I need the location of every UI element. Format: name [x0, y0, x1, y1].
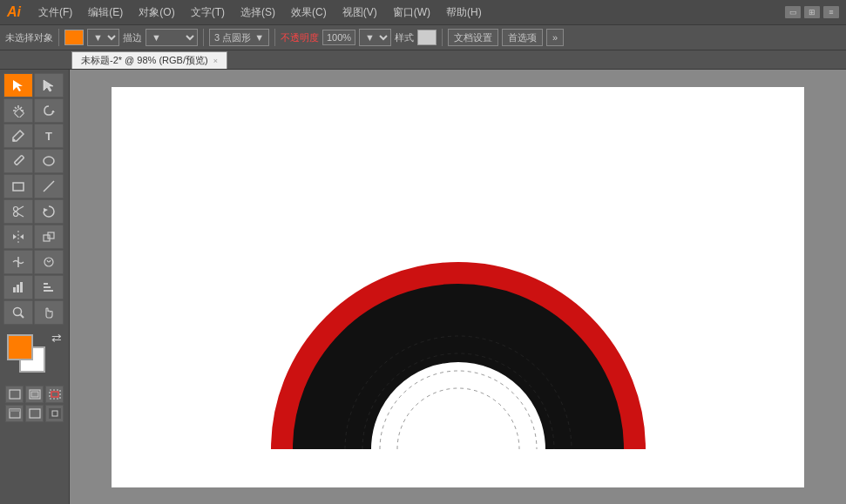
tool-row-5 [3, 174, 65, 198]
tool-row-4 [3, 149, 65, 173]
rotate-tool[interactable] [34, 199, 64, 224]
toolbar-divider-2 [203, 29, 204, 46]
foreground-color[interactable] [7, 334, 33, 360]
stroke-weight-select[interactable]: ▼ [146, 29, 198, 46]
svg-rect-27 [20, 282, 23, 292]
svg-rect-30 [44, 290, 53, 292]
style-box[interactable] [417, 30, 437, 45]
style-label: 样式 [395, 31, 414, 44]
menu-window[interactable]: 窗口(W) [386, 3, 437, 22]
selection-tool[interactable] [3, 73, 33, 97]
svg-rect-41 [49, 408, 61, 419]
menu-select[interactable]: 选择(S) [233, 3, 282, 22]
pencil-tool[interactable] [3, 149, 33, 173]
tab-title: 未标题-2* @ 98% (RGB/预览) [81, 54, 208, 67]
canvas-paper [112, 87, 804, 487]
menu-text[interactable]: 文字(T) [184, 3, 232, 22]
tab-close-button[interactable]: × [213, 57, 218, 65]
screen-mode-presentation[interactable] [45, 405, 64, 422]
options-toolbar: 未选择对象 ▼ 描边 ▼ 3 点圆形 ▼ 不透明度 100% ▼ 样式 文档设置… [0, 24, 846, 50]
arrange-button[interactable]: ⊞ [804, 6, 820, 18]
tool-row-1 [3, 73, 65, 97]
svg-rect-37 [51, 392, 58, 397]
stroke-label: 描边 [123, 31, 142, 44]
menu-bar: 文件(F) 编辑(E) 对象(O) 文字(T) 选择(S) 效果(C) 视图(V… [31, 3, 489, 22]
bar-graph-tool[interactable] [34, 275, 64, 299]
hand-tool[interactable] [34, 300, 64, 325]
lasso-tool[interactable] [34, 98, 64, 123]
opacity-input[interactable]: 100% [322, 30, 355, 45]
document-tab[interactable]: 未标题-2* @ 98% (RGB/预览) × [71, 51, 227, 69]
preferences-button[interactable]: 首选项 [502, 29, 543, 46]
scale-tool[interactable] [34, 225, 64, 249]
svg-rect-40 [30, 409, 40, 418]
no-selection-label: 未选择对象 [5, 31, 53, 44]
bottom-tool-icons [3, 384, 65, 424]
artwork-svg [262, 240, 654, 475]
draw-mode-inside[interactable] [45, 386, 64, 403]
toolbar-divider-4 [442, 29, 443, 46]
left-toolbar: T [0, 70, 70, 504]
tool-icon-row-2 [5, 405, 64, 422]
menu-edit[interactable]: 编辑(E) [81, 3, 130, 22]
draw-mode-normal[interactable] [5, 386, 24, 403]
tool-row-9 [3, 275, 65, 299]
minimize-button[interactable]: ▭ [785, 6, 801, 18]
menu-view[interactable]: 视图(V) [335, 3, 384, 22]
column-graph-tool[interactable] [3, 275, 33, 299]
svg-rect-35 [31, 392, 38, 397]
point-shape-label: 3 点圆形 ▼ [209, 29, 269, 46]
point-label-text: 3 点圆形 [214, 31, 251, 44]
svg-marker-1 [44, 80, 53, 91]
svg-point-13 [14, 212, 18, 217]
tool-row-10 [3, 300, 65, 325]
main-area: T [0, 70, 846, 504]
svg-marker-17 [44, 208, 48, 212]
svg-line-16 [17, 213, 24, 217]
svg-rect-28 [44, 283, 48, 285]
width-tool[interactable] [3, 250, 33, 274]
svg-point-31 [14, 308, 22, 316]
panel-options-button[interactable]: » [546, 29, 564, 46]
canvas-area [70, 70, 846, 504]
svg-rect-33 [10, 390, 20, 399]
window-controls: ▭ ⊞ ≡ [785, 6, 839, 18]
svg-point-8 [13, 139, 16, 142]
text-tool[interactable]: T [34, 124, 64, 148]
ellipse-tool[interactable] [34, 149, 64, 173]
scissor-tool[interactable] [3, 199, 33, 224]
menu-object[interactable]: 对象(O) [132, 3, 181, 22]
tool-row-2 [3, 98, 65, 123]
direct-selection-tool[interactable] [34, 73, 64, 97]
svg-rect-25 [13, 287, 16, 292]
screen-mode-normal[interactable] [5, 405, 24, 422]
pen-tool[interactable] [3, 124, 33, 148]
doc-settings-button[interactable]: 文档设置 [448, 29, 498, 46]
app-logo: Ai [7, 4, 21, 20]
swap-colors-button[interactable]: ⇄ [51, 331, 62, 345]
titlebar: Ai 文件(F) 编辑(E) 对象(O) 文字(T) 选择(S) 效果(C) 视… [0, 0, 846, 24]
svg-point-14 [14, 207, 18, 212]
point-dropdown-icon[interactable]: ▼ [254, 32, 264, 43]
svg-rect-11 [13, 183, 24, 191]
tool-row-6 [3, 199, 65, 224]
rect-tool[interactable] [3, 174, 33, 198]
opacity-select[interactable]: ▼ [359, 29, 391, 46]
tab-bar: 未标题-2* @ 98% (RGB/预览) × [0, 50, 846, 70]
panel-button[interactable]: ≡ [823, 6, 839, 18]
svg-rect-7 [14, 108, 24, 118]
tool-icon-row-1 [5, 386, 64, 403]
warp-tool[interactable] [34, 250, 64, 274]
zoom-tool[interactable] [3, 300, 33, 325]
svg-rect-39 [10, 409, 20, 412]
menu-file[interactable]: 文件(F) [31, 3, 79, 22]
fill-select[interactable]: ▼ [87, 29, 119, 46]
menu-effect[interactable]: 效果(C) [284, 3, 334, 22]
line-tool[interactable] [34, 174, 64, 198]
menu-help[interactable]: 帮助(H) [439, 3, 489, 22]
reflect-tool[interactable] [3, 225, 33, 249]
magic-wand-tool[interactable] [3, 98, 33, 123]
screen-mode-full[interactable] [25, 405, 44, 422]
draw-mode-behind[interactable] [25, 386, 44, 403]
fill-color-box[interactable] [64, 30, 84, 45]
